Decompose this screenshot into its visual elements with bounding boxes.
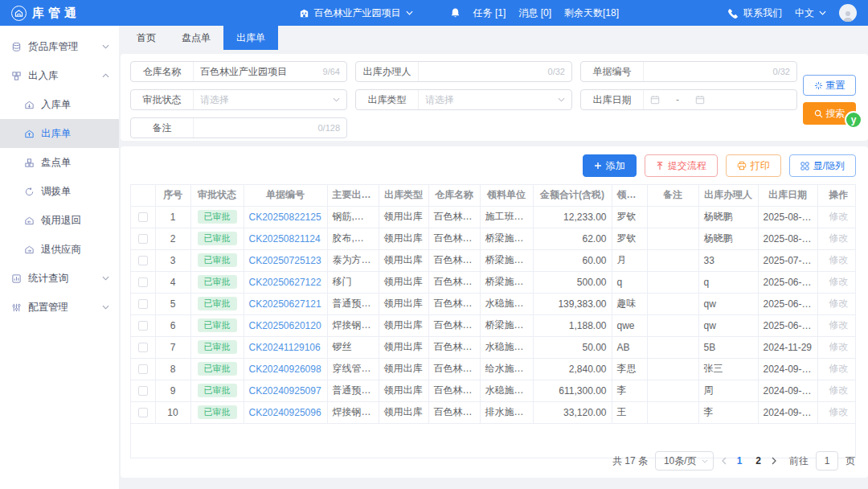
row-checkbox[interactable] <box>138 256 148 265</box>
table-row[interactable]: 3 已审批 CK20250725123 泰为方瓶... 领用出库 百色林业...… <box>131 249 856 271</box>
cell-warehouse: 百色林业... <box>428 293 480 314</box>
remark-input[interactable] <box>200 122 313 134</box>
add-button[interactable]: 添加 <box>583 154 637 177</box>
main-content: 首页 盘点单 出库单 仓库名称 9/64 出库办理人 0/32 单据编号 <box>119 26 868 489</box>
column-header: 操作 <box>817 185 856 206</box>
outbound-type-select[interactable]: 请选择 <box>419 93 571 107</box>
table-row[interactable]: 6 已审批 CK20250620120 焊接钢管,... 领用出库 百色林业..… <box>131 314 856 336</box>
row-checkbox[interactable] <box>138 277 148 287</box>
doc-number-link[interactable]: CK20250627121 <box>249 298 321 310</box>
page-number-1[interactable]: 1 <box>734 455 746 466</box>
tab-stocktake[interactable]: 盘点单 <box>169 26 223 50</box>
doc-number-link[interactable]: CK20240925097 <box>249 385 321 397</box>
modify-link[interactable]: 修改 <box>829 319 848 331</box>
modify-link[interactable]: 修改 <box>829 232 848 244</box>
notification-bell-icon[interactable] <box>450 7 461 18</box>
sidebar-item-in-out-warehouse[interactable]: 出入库 <box>0 61 119 90</box>
doc-number-link[interactable]: CK20240925096 <box>249 407 321 418</box>
doc-number-input[interactable] <box>650 66 768 77</box>
submit-flow-button[interactable]: 提交流程 <box>645 154 718 177</box>
doc-number-link[interactable]: CK20250627122 <box>249 277 321 288</box>
modify-link[interactable]: 修改 <box>829 298 848 309</box>
row-checkbox[interactable] <box>138 299 148 309</box>
sidebar-item-return-to-supplier[interactable]: 退供应商 <box>0 235 119 264</box>
approval-status-select[interactable]: 请选择 <box>194 93 346 107</box>
doc-number-link[interactable]: CK20250620120 <box>249 320 321 331</box>
table-row[interactable]: 10 已审批 CK20240925096 焊接钢管,... 领用出库 百色林业.… <box>131 401 856 423</box>
page-number-2[interactable]: 2 <box>752 455 764 466</box>
row-checkbox[interactable] <box>138 386 148 396</box>
row-checkbox[interactable] <box>138 408 148 417</box>
top-header-bar: 库管通 百色林业产业园项目 任务 [1] 消息 [0] 剩余天数[18] 联系我… <box>0 0 868 26</box>
goto-page-input[interactable] <box>816 451 838 471</box>
print-button[interactable]: 打印 <box>726 154 781 177</box>
tab-home[interactable]: 首页 <box>124 26 169 50</box>
doc-number-link[interactable]: CK20241129106 <box>249 342 321 353</box>
chevron-down-icon <box>406 10 413 15</box>
doc-number-link[interactable]: CK20250821124 <box>249 233 321 244</box>
row-checkbox[interactable] <box>138 321 148 331</box>
row-checkbox[interactable] <box>138 234 148 244</box>
warehouse-name-input[interactable] <box>200 66 318 77</box>
house-arrow-out-icon <box>24 129 35 139</box>
page-size-select[interactable]: 10条/页 <box>655 451 714 471</box>
status-badge: 已审批 <box>198 405 237 419</box>
database-icon <box>11 42 22 52</box>
doc-number-link[interactable]: CK20250822125 <box>249 212 321 223</box>
row-checkbox[interactable] <box>138 343 148 352</box>
sidebar-item-transfer-order[interactable]: 调拨单 <box>0 177 119 206</box>
tab-outbound[interactable]: 出库单 <box>223 26 278 50</box>
contact-us-link[interactable]: 联系我们 <box>728 6 782 20</box>
table-row[interactable]: 8 已审批 CK20240926098 穿线管,穿... 领用出库 百色林业..… <box>131 358 856 380</box>
modify-link[interactable]: 修改 <box>829 276 848 287</box>
user-avatar[interactable] <box>839 4 857 22</box>
chevron-down-icon <box>102 44 109 49</box>
sparkle-reset-icon <box>814 81 823 90</box>
table-row[interactable]: 4 已审批 CK20250627122 移门 领用出库 百色林业... 桥梁施工… <box>131 271 856 293</box>
doc-number-link[interactable]: CK20250725123 <box>249 255 321 266</box>
sidebar-item-statistics-query[interactable]: 统计查询 <box>0 264 119 293</box>
sidebar-item-stocktake-order[interactable]: 盘点单 <box>0 148 119 177</box>
assistant-floating-badge[interactable]: y <box>845 111 862 129</box>
sidebar-item-outbound-order[interactable]: 出库单 <box>0 119 119 148</box>
table-row[interactable]: 7 已审批 CK20241129106 锣丝 领用出库 百色林业... 水稳施工… <box>131 336 856 358</box>
plus-icon <box>594 162 602 170</box>
sidebar-item-configuration[interactable]: 配置管理 <box>0 293 119 322</box>
table-row[interactable]: 1 已审批 CK20250822125 钢筋,钢筋 领用出库 百色林业... 施… <box>131 206 856 228</box>
outbound-type-placeholder: 请选择 <box>425 93 553 107</box>
modify-link[interactable]: 修改 <box>829 406 848 417</box>
cell-date: 2025-08-22 <box>758 228 817 249</box>
table-row[interactable]: 2 已审批 CK20250821124 胶布,胶皮... 领用出库 百色林业..… <box>131 228 856 249</box>
messages-link[interactable]: 消息 [0] <box>518 6 551 20</box>
calendar-icon[interactable] <box>695 95 705 105</box>
modify-link[interactable]: 修改 <box>829 341 848 352</box>
page-size-value: 10条/页 <box>664 454 697 468</box>
project-selector[interactable]: 百色林业产业园项目 <box>299 6 413 20</box>
row-checkbox[interactable] <box>138 364 148 374</box>
table-row[interactable]: 9 已审批 CK20240925097 普通预拌... 领用出库 百色林业...… <box>131 380 856 401</box>
search-button[interactable]: 搜索 y <box>803 102 856 125</box>
language-selector[interactable]: 中文 <box>795 6 826 20</box>
outbound-handler-input[interactable] <box>425 66 543 77</box>
modify-link[interactable]: 修改 <box>829 211 848 222</box>
prev-page-button[interactable] <box>721 457 727 465</box>
tasks-link[interactable]: 任务 [1] <box>473 6 506 20</box>
sidebar-item-goods-management[interactable]: 货品库管理 <box>0 32 119 61</box>
language-label: 中文 <box>795 6 814 20</box>
remark-field: 备注 0/128 <box>130 117 347 138</box>
table-row[interactable]: 5 已审批 CK20250627121 普通预拌... 领用出库 百色林业...… <box>131 293 856 314</box>
cell-outbound-type: 领用出库 <box>379 206 428 228</box>
reset-button[interactable]: 重置 <box>803 75 856 96</box>
calendar-icon[interactable] <box>650 95 660 105</box>
show-hide-columns-button[interactable]: 显/隐列 <box>789 154 856 177</box>
sidebar-item-inbound-order[interactable]: 入库单 <box>0 90 119 119</box>
next-page-button[interactable] <box>772 457 777 465</box>
modify-link[interactable]: 修改 <box>829 363 848 374</box>
doc-number-link[interactable]: CK20240926098 <box>249 364 321 375</box>
sliders-icon <box>11 302 22 313</box>
modify-link[interactable]: 修改 <box>829 384 848 396</box>
column-header <box>131 185 155 206</box>
modify-link[interactable]: 修改 <box>829 254 848 265</box>
sidebar-item-requisition-return[interactable]: 领用退回 <box>0 206 119 235</box>
row-checkbox[interactable] <box>138 212 148 222</box>
